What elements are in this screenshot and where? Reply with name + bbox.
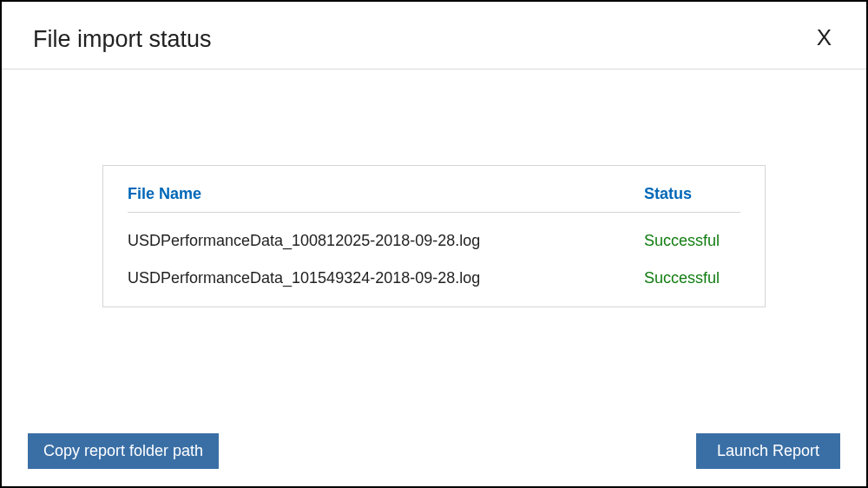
close-button[interactable]: X bbox=[813, 26, 835, 49]
table-row: USDPerformanceData_101549324-2018-09-28.… bbox=[128, 250, 740, 287]
copy-report-folder-path-button[interactable]: Copy report folder path bbox=[28, 433, 219, 469]
cell-status: Successful bbox=[644, 269, 740, 287]
dialog-content: File Name Status USDPerformanceData_1008… bbox=[2, 69, 866, 307]
dialog-footer: Copy report folder path Launch Report bbox=[2, 433, 866, 469]
table-header-row: File Name Status bbox=[128, 185, 740, 213]
cell-status: Successful bbox=[644, 232, 740, 250]
dialog-title: File import status bbox=[33, 26, 212, 53]
cell-filename: USDPerformanceData_100812025-2018-09-28.… bbox=[128, 232, 644, 250]
file-import-status-dialog: File import status X File Name Status US… bbox=[0, 0, 868, 488]
cell-filename: USDPerformanceData_101549324-2018-09-28.… bbox=[128, 269, 644, 287]
import-status-table: File Name Status USDPerformanceData_1008… bbox=[102, 165, 766, 307]
column-header-filename: File Name bbox=[128, 185, 644, 203]
column-header-status: Status bbox=[644, 185, 740, 203]
dialog-header: File import status X bbox=[2, 2, 866, 69]
table-row: USDPerformanceData_100812025-2018-09-28.… bbox=[128, 213, 740, 250]
launch-report-button[interactable]: Launch Report bbox=[696, 433, 840, 469]
